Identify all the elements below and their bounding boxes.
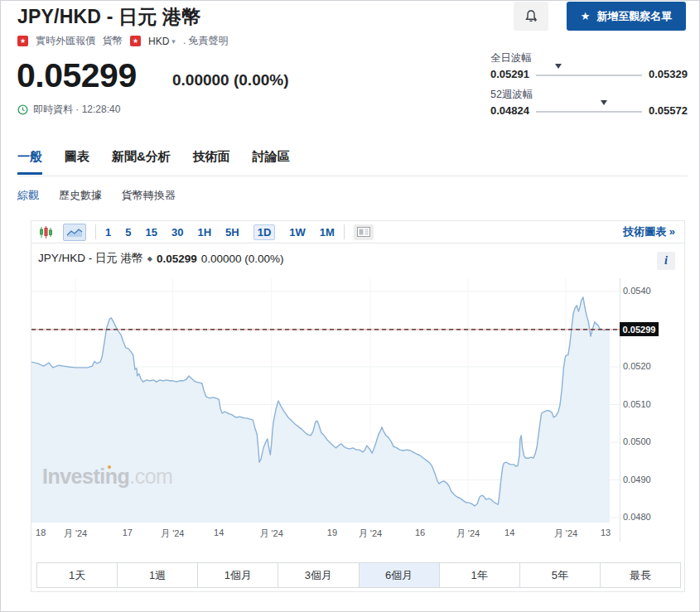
technical-chart-link[interactable]: 技術圖表 » [623, 224, 684, 239]
y-tick-label: 0.0540 [623, 286, 663, 296]
page-title: JPY/HKD - 日元 港幣 [17, 4, 201, 30]
tab-technical[interactable]: 技術面 [193, 149, 230, 175]
y-tick-label: 0.0520 [623, 361, 663, 371]
sub-nav: 綜觀 歷史數據 貨幣轉換器 [17, 188, 176, 203]
x-tick-label: 16 [402, 528, 438, 537]
area-chart-icon[interactable] [63, 224, 86, 241]
candlestick-chart-icon[interactable] [36, 224, 55, 241]
timeframe-buttons: 1天 1週 1個月 3個月 6個月 1年 5年 最長 [36, 562, 681, 588]
subnav-historical-data[interactable]: 歷史數據 [59, 188, 102, 203]
timeframe-1week[interactable]: 1週 [118, 563, 198, 587]
chart-title-change: 0.00000 (0.00%) [201, 253, 284, 265]
y-tick-label: 0.0500 [623, 436, 663, 446]
chart-title-price: 0.05299 [157, 253, 197, 265]
interval-1h[interactable]: 1H [197, 226, 211, 239]
week52-range-label: 52週波幅 [490, 88, 688, 102]
interval-1m[interactable]: 1M [320, 226, 335, 239]
week52-range-low: 0.04824 [490, 104, 529, 117]
watchlist-button-label: 新增至觀察名單 [596, 9, 672, 24]
week52-range-track [536, 106, 642, 116]
interval-5h[interactable]: 5H [225, 226, 239, 239]
news-panel-icon[interactable] [354, 224, 374, 240]
current-price: 0.05299 [17, 56, 137, 95]
breadcrumb-item-currency[interactable]: 貨幣 [103, 34, 123, 48]
pair-selector[interactable]: HKD ▾ [148, 36, 176, 47]
chart-instrument-name: JPY/HKD - 日元 港幣 [38, 251, 143, 266]
interval-1[interactable]: 1 [105, 226, 111, 239]
interval-30[interactable]: 30 [171, 226, 183, 239]
x-tick-label: 月 '24 [154, 528, 191, 540]
price-change: 0.00000 (0.00%) [172, 71, 289, 89]
main-tabs: 一般 圖表 新聞&分析 技術面 討論區 [17, 149, 290, 175]
x-tick-label: 19 [314, 528, 350, 537]
interval-15[interactable]: 15 [145, 226, 157, 239]
x-tick-label: 月 '24 [352, 528, 389, 540]
x-tick-label: 17 [109, 528, 146, 537]
day-range-row: 0.05291 0.05329 [490, 68, 688, 80]
week52-range-row: 0.04824 0.05572 [490, 104, 688, 117]
interval-1d[interactable]: 1D [253, 224, 276, 240]
x-tick-label: 18 [22, 528, 59, 537]
y-tick-label: 0.0480 [623, 512, 663, 522]
interval-group: 1 5 15 30 1H 5H 1D 1W 1M [105, 224, 335, 240]
chart-title-row: JPY/HKD - 日元 港幣 ◆ 0.05299 0.00000 (0.00%… [38, 251, 284, 266]
y-axis-line [620, 278, 620, 542]
toolbar-separator [344, 224, 345, 239]
star-icon: ★ [581, 10, 591, 22]
hk-flag-icon: ★ [130, 36, 141, 46]
x-tick-label: 月 '24 [548, 528, 584, 540]
interval-1w[interactable]: 1W [289, 226, 306, 239]
breadcrumb-item-realtime[interactable]: 實時外匯報價 [36, 34, 95, 48]
price-chart[interactable]: 0.05400.05300.05200.05100.05000.04900.04… [31, 278, 620, 523]
pair-label: HKD [148, 36, 169, 47]
timeframe-1day[interactable]: 1天 [37, 563, 118, 587]
interval-5[interactable]: 5 [125, 226, 131, 239]
ranges-panel: 全日波幅 0.05291 0.05329 52週波幅 0.04824 0.055… [490, 51, 688, 124]
flag-icon: ★ [17, 36, 28, 46]
tab-general[interactable]: 一般 [17, 149, 42, 175]
x-tick-label: 14 [491, 528, 528, 537]
x-tick-label: 月 '24 [57, 528, 94, 540]
disclaimer-link[interactable]: . 免責聲明 [183, 34, 229, 48]
y-tick-label: 0.0490 [623, 475, 663, 484]
timeframe-3months[interactable]: 3個月 [278, 563, 359, 587]
realtime-row: 即時資料 · 12:28:40 [17, 103, 120, 117]
diamond-icon: ◆ [147, 255, 152, 263]
x-tick-label: 月 '24 [253, 528, 290, 540]
info-button[interactable]: i [657, 252, 675, 270]
chart-toolbar: 1 5 15 30 1H 5H 1D 1W 1M 技術圖表 » [31, 221, 684, 243]
clock-icon [17, 104, 28, 115]
tabs-divider [17, 176, 688, 176]
x-tick-label: 13 [587, 528, 624, 537]
chart-card: 1 5 15 30 1H 5H 1D 1W 1M 技術圖表 » JPY/HKD … [31, 220, 685, 592]
day-range-label: 全日波幅 [490, 51, 688, 65]
realtime-label: 即時資料 · 12:28:40 [33, 103, 120, 117]
tab-chart[interactable]: 圖表 [65, 149, 89, 175]
x-tick-label: 14 [200, 528, 237, 537]
current-price-badge: 0.05299 [620, 322, 659, 336]
timeframe-max[interactable]: 最長 [601, 563, 680, 587]
investing-watermark: Investing.com [42, 465, 172, 489]
day-range-low: 0.05291 [490, 68, 529, 80]
timeframe-1year[interactable]: 1年 [440, 563, 520, 587]
toolbar-separator [95, 224, 96, 239]
timeframe-1month[interactable]: 1個月 [198, 563, 278, 587]
bell-plus-icon [524, 9, 538, 24]
subnav-overview[interactable]: 綜觀 [17, 188, 39, 203]
day-range-high: 0.05329 [649, 68, 688, 80]
week52-range-high: 0.05572 [649, 104, 688, 117]
y-tick-label: 0.0510 [623, 399, 663, 409]
subnav-currency-converter[interactable]: 貨幣轉換器 [122, 188, 176, 203]
add-to-watchlist-button[interactable]: ★ 新增至觀察名單 [567, 2, 686, 31]
forex-quote-page: { "page": { "header": { "title": "JPY/HK… [0, 0, 700, 612]
breadcrumb: ★ 實時外匯報價 貨幣 ★ HKD ▾ . 免責聲明 [17, 34, 229, 48]
x-tick-label: 月 '24 [450, 528, 486, 540]
day-range-track [536, 70, 642, 80]
tab-news-analysis[interactable]: 新聞&分析 [112, 149, 171, 175]
timeframe-5years[interactable]: 5年 [520, 563, 601, 587]
chevron-down-icon: ▾ [171, 37, 176, 46]
tab-discussion[interactable]: 討論區 [253, 149, 290, 175]
alert-bell-button[interactable] [514, 2, 548, 31]
timeframe-6months[interactable]: 6個月 [360, 563, 440, 587]
